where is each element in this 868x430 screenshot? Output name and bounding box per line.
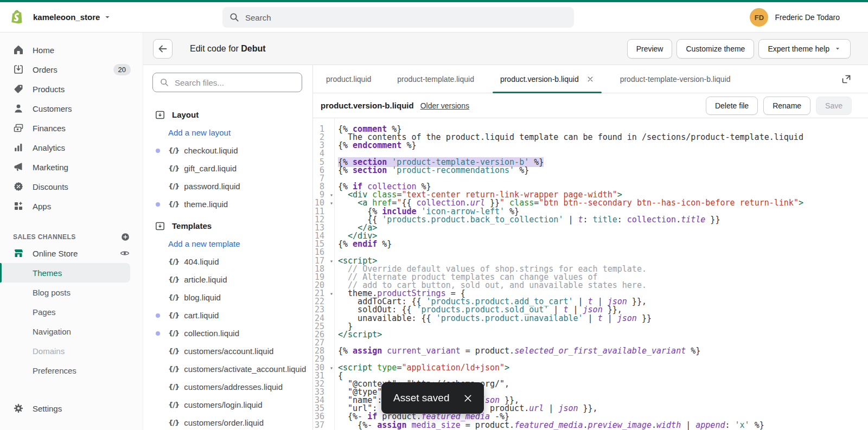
- code-text: <script type="application/ld+json">: [334, 364, 509, 372]
- header-button-preview[interactable]: Preview: [627, 39, 673, 59]
- code-text: {%- assign media_size = product.featured…: [334, 421, 764, 429]
- sidebar-item-preferences[interactable]: Preferences: [0, 361, 143, 380]
- file-name: customers/login.liquid: [184, 400, 262, 409]
- sidebar-item-finances[interactable]: Finances: [0, 118, 143, 138]
- sidebar-item-label: Analytics: [33, 143, 65, 152]
- orders-count-badge: 20: [113, 64, 131, 75]
- file-item[interactable]: {/}collection.liquid: [152, 324, 312, 342]
- header-button-expert-theme-help[interactable]: Expert theme help: [758, 39, 851, 59]
- delete-file-button[interactable]: Delete file: [706, 97, 758, 115]
- toast-close-icon[interactable]: [463, 393, 473, 403]
- folder-icon: [155, 221, 165, 232]
- products-icon: [13, 84, 24, 94]
- liquid-file-icon: {/}: [168, 365, 179, 373]
- sidebar-item-blog-posts[interactable]: Blog posts: [0, 283, 143, 302]
- expand-editor-icon[interactable]: [841, 74, 852, 85]
- sidebar-item-discounts[interactable]: Discounts: [0, 177, 143, 196]
- page-header: Edit code for Debut PreviewCustomize the…: [143, 33, 868, 65]
- file-name: customers/order.liquid: [184, 418, 264, 427]
- file-item[interactable]: {/}customers/account.liquid: [152, 342, 312, 360]
- file-name: theme.liquid: [184, 200, 228, 209]
- code-line: 16: [313, 248, 868, 256]
- file-item[interactable]: {/}customers/login.liquid: [152, 396, 312, 414]
- editor-tab[interactable]: product.liquid: [313, 65, 384, 93]
- add-channel-icon[interactable]: [121, 233, 130, 241]
- add-new-layout-link[interactable]: Add a new layout: [152, 124, 312, 142]
- avatar[interactable]: FD: [750, 8, 768, 27]
- sidebar-item-products[interactable]: Products: [0, 79, 143, 99]
- fold-arrow-icon[interactable]: ▾: [330, 199, 333, 207]
- code-text: [334, 339, 338, 347]
- older-versions-link[interactable]: Older versions: [420, 101, 469, 110]
- fold-arrow-icon[interactable]: ▾: [330, 364, 333, 372]
- file-item[interactable]: {/}customers/addresses.liquid: [152, 378, 312, 396]
- folder-templates[interactable]: Templates: [155, 217, 312, 235]
- sidebar-item-themes[interactable]: Themes: [0, 263, 130, 283]
- liquid-file-icon: {/}: [168, 419, 179, 427]
- fold-arrow-icon[interactable]: ▾: [330, 257, 333, 265]
- sidebar-item-customers[interactable]: Customers: [0, 99, 143, 118]
- liquid-file-icon: {/}: [168, 383, 179, 391]
- editor-tab[interactable]: product-template-version-b.liquid: [607, 65, 744, 93]
- shopify-logo-icon[interactable]: [8, 8, 26, 27]
- file-item[interactable]: {/}customers/order.liquid: [152, 414, 312, 430]
- folder-layout[interactable]: Layout: [155, 106, 312, 124]
- sidebar-item-pages[interactable]: Pages: [0, 302, 143, 322]
- sidebar-item-orders[interactable]: Orders20: [0, 60, 143, 79]
- editor-tab[interactable]: product.version-b.liquid: [487, 65, 607, 93]
- code-line: 14 </div>: [313, 232, 868, 240]
- search-icon: [229, 12, 240, 23]
- line-number: 37: [313, 421, 334, 429]
- sidebar-item-domains[interactable]: Domains: [0, 341, 143, 361]
- add-new-templates-link[interactable]: Add a new template: [152, 235, 312, 253]
- file-item[interactable]: {/}article.liquid: [152, 271, 312, 288]
- liquid-file-icon: {/}: [168, 200, 179, 208]
- sidebar-item-home[interactable]: Home: [0, 40, 143, 60]
- sidebar-item-online-store[interactable]: Online Store: [0, 243, 143, 263]
- code-line: 6{% section 'product-recommendations' %}: [313, 166, 868, 175]
- view-store-icon[interactable]: [120, 248, 130, 258]
- back-button[interactable]: [153, 39, 173, 59]
- file-name: password.liquid: [184, 182, 240, 191]
- file-item[interactable]: {/}theme.liquid: [152, 195, 312, 213]
- file-name: blog.liquid: [184, 293, 221, 302]
- toast-message: Asset saved: [393, 392, 450, 404]
- rename-button[interactable]: Rename: [763, 97, 810, 115]
- file-item[interactable]: {/}gift_card.liquid: [152, 159, 312, 177]
- store-name[interactable]: kameleoon_store: [33, 12, 100, 22]
- folder-icon: [155, 110, 165, 120]
- code-editor: product.liquidproduct-template.liquidpro…: [313, 65, 868, 430]
- header-button-customize-theme[interactable]: Customize theme: [676, 39, 754, 59]
- tab-label: product-template.liquid: [397, 75, 474, 84]
- sidebar-item-settings[interactable]: Settings: [0, 399, 143, 418]
- page-title-prefix: Edit code for: [190, 44, 241, 53]
- file-item[interactable]: {/}cart.liquid: [152, 306, 312, 324]
- code-line: 30▾<script type="application/ld+json">: [313, 364, 868, 372]
- fold-arrow-icon[interactable]: ▾: [330, 191, 333, 199]
- sidebar-item-apps[interactable]: Apps: [0, 196, 143, 216]
- user-menu[interactable]: FD Frederic De Todaro: [750, 8, 840, 27]
- file-name: collection.liquid: [184, 329, 239, 338]
- file-item[interactable]: {/}blog.liquid: [152, 288, 312, 306]
- global-search-input[interactable]: Search: [222, 7, 574, 28]
- file-item[interactable]: {/}password.liquid: [152, 177, 312, 195]
- file-item[interactable]: {/}404.liquid: [152, 253, 312, 271]
- sidebar-item-label: Online Store: [33, 249, 78, 258]
- sidebar-item-navigation[interactable]: Navigation: [0, 322, 143, 341]
- code-text: [334, 248, 338, 256]
- sidebar-item-analytics[interactable]: Analytics: [0, 138, 143, 157]
- save-button[interactable]: Save: [816, 97, 852, 115]
- marketing-icon: [13, 162, 24, 172]
- file-name: customers/activate_account.liquid: [184, 364, 306, 374]
- home-icon: [13, 44, 24, 55]
- editor-tab[interactable]: product-template.liquid: [384, 65, 487, 93]
- search-files-input[interactable]: Search files...: [152, 73, 302, 92]
- file-item[interactable]: {/}customers/activate_account.liquid: [152, 360, 312, 378]
- finances-icon: [13, 123, 24, 133]
- sidebar-item-marketing[interactable]: Marketing: [0, 157, 143, 177]
- theme-name: Debut: [241, 44, 265, 53]
- file-name: customers/addresses.liquid: [184, 382, 283, 392]
- file-item[interactable]: {/}checkout.liquid: [152, 142, 312, 159]
- fold-arrow-icon[interactable]: ▾: [330, 290, 333, 298]
- close-tab-icon[interactable]: [586, 75, 594, 83]
